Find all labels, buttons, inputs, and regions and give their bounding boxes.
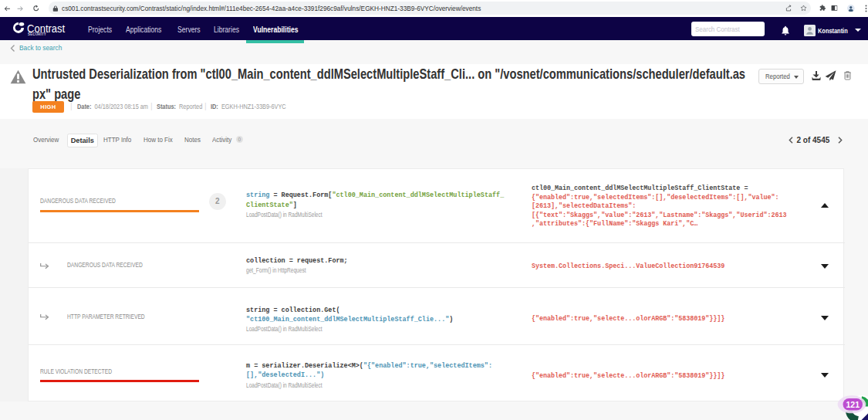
svg-text:121: 121 [846, 400, 860, 409]
